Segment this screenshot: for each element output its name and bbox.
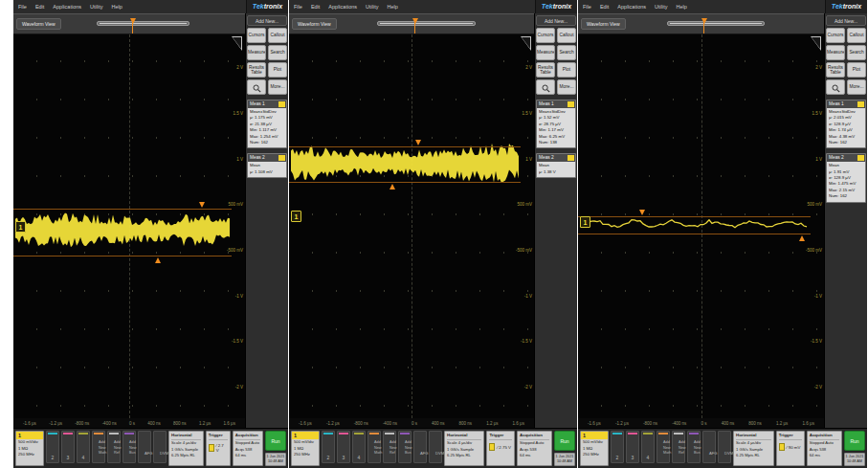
horizontal-position-bar[interactable] [377, 21, 475, 26]
channel2-button[interactable]: 2 [46, 431, 59, 463]
cursors-button[interactable]: Cursors [247, 28, 266, 43]
dvm-button[interactable]: DVM [429, 431, 442, 463]
menu-item-file[interactable]: File [583, 4, 591, 10]
add-new-ref-button[interactable]: AddNewRef [107, 431, 121, 463]
more-button[interactable]: More... [268, 79, 287, 95]
waveform-display[interactable]: 1 2 V1.5 V1 V500 mV-500 mV-1 V-1.5 V-2 V [13, 34, 245, 418]
dvm-button[interactable]: DVM [153, 431, 167, 463]
measurement-badge-2[interactable]: Meas 2 Meanμ: 1.91 mVσ: 128.9 μVMin: 1.4… [826, 153, 866, 202]
callout-button[interactable]: Callout [557, 28, 576, 43]
menu-item-utility[interactable]: Utility [655, 4, 667, 10]
results-table-button[interactable]: Results Table [247, 62, 266, 78]
add-new-bus-button[interactable]: AddNewBus [687, 431, 701, 463]
measure-button[interactable]: Measure [536, 45, 555, 60]
horizontal-panel[interactable]: Horizontal Scale 4 μs/div1 GS/s Sample6.… [444, 431, 484, 466]
menu-item-applications[interactable]: Applications [328, 4, 357, 10]
acquisition-panel[interactable]: Acquisition Stopped AutoAcqs 53864 ms [517, 431, 552, 466]
menu-item-edit[interactable]: Edit [35, 4, 44, 10]
horizontal-position-bar[interactable] [97, 21, 189, 26]
add-new-button[interactable]: Add New... [536, 15, 576, 26]
acquisition-panel[interactable]: Acquisition Stopped AutoAcqs 53864 ms [807, 431, 842, 466]
run-stop-button[interactable]: Run [265, 431, 286, 451]
cursor-line-top[interactable] [578, 216, 811, 217]
afg-button[interactable]: AFG [702, 431, 716, 463]
cursor-line-top[interactable] [13, 209, 232, 210]
horizontal-panel[interactable]: Horizontal Scale 4 μs/div1 GS/s Sample6.… [168, 431, 204, 466]
more-button[interactable]: More... [557, 79, 576, 95]
cursor-line-top[interactable] [289, 146, 521, 147]
marker-up-icon[interactable] [389, 184, 395, 189]
waveform-view-tab[interactable]: Waveform View [292, 18, 337, 30]
menu-item-file[interactable]: File [18, 4, 27, 10]
add-new-bus-button[interactable]: AddNewBus [122, 431, 136, 463]
channel1-ground-marker[interactable]: 1 [580, 216, 590, 228]
measurement-badge-2[interactable]: Meas 2 Meanμ: 1.38 V [536, 153, 576, 178]
channel2-button[interactable]: 2 [322, 431, 335, 463]
search-button[interactable]: Search [268, 45, 287, 60]
callout-button[interactable]: Callout [268, 28, 287, 43]
add-new-button[interactable]: Add New... [247, 15, 287, 26]
results-table-button[interactable]: Results Table [536, 62, 555, 78]
channel1-badge[interactable]: 1 500 mV/div1 MΩ250 MHz [291, 431, 320, 466]
waveform-view-tab[interactable]: Waveform View [16, 18, 61, 30]
marker-down-icon[interactable] [415, 140, 421, 145]
dvm-button[interactable]: DVM [718, 431, 731, 463]
marker-up-icon[interactable] [155, 257, 161, 263]
menu-item-edit[interactable]: Edit [600, 4, 609, 10]
channel1-badge[interactable]: 1 500 mV/div1 MΩ250 MHz [580, 431, 609, 466]
more-button[interactable]: More... [847, 79, 866, 95]
channel4-button[interactable]: 4 [352, 431, 366, 463]
menu-item-applications[interactable]: Applications [617, 4, 646, 10]
run-stop-button[interactable]: Run [844, 431, 865, 451]
cursor-line-bottom[interactable] [13, 256, 232, 256]
measure-button[interactable]: Measure [247, 45, 266, 60]
callout-button[interactable]: Callout [847, 28, 866, 43]
add-new-ref-button[interactable]: AddNewRef [672, 431, 685, 463]
results-table-button[interactable]: Results Table [826, 62, 845, 78]
measurement-badge-2[interactable]: Meas 2 Meanμ: 1.108 mV [247, 153, 287, 178]
marker-down-icon[interactable] [199, 202, 205, 208]
menu-item-edit[interactable]: Edit [311, 4, 320, 10]
add-new-math-button[interactable]: AddNewMath [367, 431, 381, 463]
add-new-math-button[interactable]: AddNewMath [92, 431, 105, 463]
trigger-panel[interactable]: Trigger ∕ 90 mV [776, 431, 805, 466]
waveform-display[interactable]: 1 2 V1.5 V1 V500 mV-500 mV-1 V-1.5 V-2 V [289, 34, 534, 418]
menu-item-file[interactable]: File [294, 4, 302, 10]
channel1-ground-marker[interactable]: 1 [291, 211, 301, 222]
add-new-button[interactable]: Add New... [826, 15, 866, 26]
channel1-ground-marker[interactable]: 1 [15, 221, 26, 233]
channel2-button[interactable]: 2 [611, 431, 624, 463]
zoom-button[interactable] [247, 79, 266, 95]
measurement-badge-1[interactable]: Meas 1 Mean±StdDevμ: 1.175 mVσ: 21.38 μV… [247, 100, 287, 148]
trigger-panel[interactable]: Trigger ∕ 2.75 V [486, 431, 515, 466]
menu-item-help[interactable]: Help [676, 4, 686, 10]
menu-item-utility[interactable]: Utility [90, 4, 102, 10]
menu-item-help[interactable]: Help [111, 4, 122, 10]
trigger-position-icon[interactable] [130, 18, 136, 24]
horizontal-panel[interactable]: Horizontal Scale 4 μs/div1 GS/s Sample6.… [733, 431, 774, 466]
measurement-badge-1[interactable]: Meas 1 Mean±StdDevμ: 1.52 mVσ: 28.75 μVM… [536, 100, 576, 148]
channel3-button[interactable]: 3 [61, 431, 75, 463]
trigger-panel[interactable]: Trigger ∕ 2.7 V [206, 431, 231, 466]
channel3-button[interactable]: 3 [626, 431, 639, 463]
channel4-button[interactable]: 4 [77, 431, 90, 463]
waveform-display[interactable]: 1 2 V1.5 V1 V500 mV-500 mV-1 V-1.5 V-2 V [578, 34, 824, 418]
afg-button[interactable]: AFG [138, 431, 151, 463]
add-new-math-button[interactable]: AddNewMath [657, 431, 670, 463]
plot-button[interactable]: Plot [268, 62, 287, 78]
plot-button[interactable]: Plot [847, 62, 866, 78]
channel1-badge[interactable]: 1 500 mV/div1 MΩ250 MHz [15, 431, 44, 466]
channel4-button[interactable]: 4 [641, 431, 655, 463]
menu-item-utility[interactable]: Utility [366, 4, 378, 10]
menu-item-applications[interactable]: Applications [53, 4, 81, 10]
measurement-badge-1[interactable]: Meas 1 Mean±StdDevμ: 2.015 mVσ: 128.9 μV… [826, 100, 866, 148]
measure-button[interactable]: Measure [826, 45, 845, 60]
cursors-button[interactable]: Cursors [826, 28, 845, 43]
search-button[interactable]: Search [847, 45, 866, 60]
add-new-bus-button[interactable]: AddNewBus [398, 431, 412, 463]
cursor-line-bottom[interactable] [289, 182, 521, 183]
cursor-line-bottom[interactable] [578, 234, 811, 234]
zoom-button[interactable] [826, 79, 845, 95]
add-new-ref-button[interactable]: AddNewRef [383, 431, 396, 463]
trigger-position-icon[interactable] [701, 18, 707, 24]
